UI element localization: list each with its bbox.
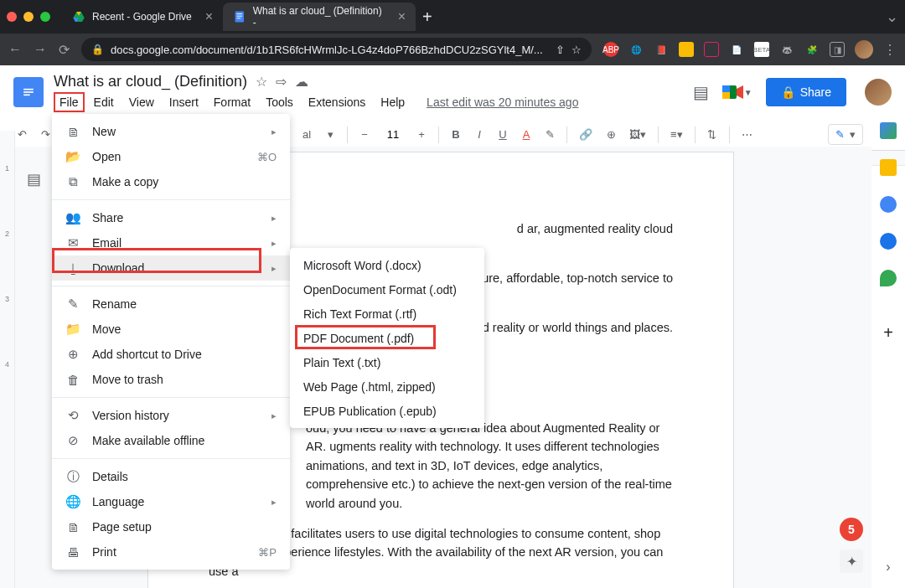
move-icon[interactable]: ⇨: [276, 74, 287, 90]
doc-title[interactable]: What is ar cloud_ (Definition): [54, 73, 247, 90]
menu-item-trash[interactable]: 🗑Move to trash: [52, 367, 290, 392]
submenu-item-html[interactable]: Web Page (.html, zipped): [290, 374, 484, 399]
link-icon[interactable]: 🔗: [574, 125, 597, 144]
highlight-icon[interactable]: ✎: [540, 125, 560, 144]
back-icon[interactable]: ←: [8, 42, 22, 57]
menu-item-language[interactable]: 🌐Language▸: [52, 489, 290, 514]
chevron-down-icon[interactable]: ⌄: [886, 8, 898, 26]
kebab-icon[interactable]: ⋮: [883, 42, 897, 58]
ext-icon[interactable]: 🦝: [779, 42, 794, 57]
font-size-input[interactable]: [378, 128, 408, 141]
calendar-icon[interactable]: [880, 122, 897, 139]
menu-item-email[interactable]: ✉Email▸: [52, 230, 290, 255]
submenu-item-epub[interactable]: EPUB Publication (.epub): [290, 399, 484, 423]
address-bar[interactable]: 🔒 docs.google.com/document/d/1b1RS6fcHWr…: [81, 38, 592, 61]
menu-item-move[interactable]: 📁Move: [52, 317, 290, 342]
body-text: oud, you need to have a general idea abo…: [306, 419, 673, 513]
globe-icon[interactable]: 🌐: [628, 42, 644, 57]
beta-badge[interactable]: BETA: [754, 42, 769, 57]
ext-icon[interactable]: 📕: [654, 42, 669, 57]
star-icon[interactable]: ☆: [571, 44, 582, 56]
menu-insert[interactable]: Insert: [163, 92, 204, 112]
explore-icon[interactable]: ✦: [840, 549, 863, 573]
reload-icon[interactable]: ⟳: [59, 42, 70, 58]
chevron-down-icon[interactable]: ▾: [320, 125, 340, 144]
submenu-item-pdf[interactable]: PDF Document (.pdf): [290, 326, 484, 350]
browser-tab-docs[interactable]: What is ar cloud_ (Definition) - ×: [223, 3, 416, 31]
keep-icon[interactable]: [880, 159, 897, 176]
menu-tools[interactable]: Tools: [260, 92, 299, 112]
menu-item-copy[interactable]: ⧉Make a copy: [52, 169, 290, 194]
maps-icon[interactable]: [880, 270, 897, 286]
underline-icon[interactable]: U: [493, 125, 513, 144]
menu-item-print[interactable]: 🖶Print⌘P: [52, 539, 290, 565]
contacts-icon[interactable]: [880, 233, 897, 250]
decrease-font-icon[interactable]: −: [354, 125, 375, 144]
menu-item-pagesetup[interactable]: 🗎Page setup: [52, 514, 290, 539]
italic-icon[interactable]: I: [469, 125, 489, 144]
menu-item-share[interactable]: 👥Share▸: [52, 205, 290, 230]
profile-avatar[interactable]: [855, 40, 873, 59]
font-family-select[interactable]: al: [297, 125, 317, 144]
menu-item-rename[interactable]: ✎Rename: [52, 291, 290, 317]
bold-icon[interactable]: B: [446, 125, 466, 144]
lock-icon: 🔒: [91, 44, 104, 55]
submenu-arrow-icon: ▸: [272, 126, 277, 137]
outline-icon[interactable]: ▤: [27, 170, 41, 188]
menu-item-new[interactable]: 🗎New▸: [52, 119, 290, 144]
notification-badge[interactable]: 5: [840, 518, 863, 541]
submenu-item-odt[interactable]: OpenDocument Format (.odt): [290, 277, 484, 302]
submenu-item-docx[interactable]: Microsoft Word (.docx): [290, 253, 484, 277]
vertical-ruler[interactable]: 1 2 3 4: [0, 131, 15, 588]
user-avatar[interactable]: [865, 79, 892, 106]
docs-logo[interactable]: [13, 77, 44, 107]
svg-rect-4: [237, 13, 242, 14]
mode-selector[interactable]: ✎ ▾: [828, 124, 863, 145]
tasks-icon[interactable]: [880, 196, 897, 213]
image-icon[interactable]: 🖼▾: [624, 125, 651, 144]
submenu-item-txt[interactable]: Plain Text (.txt): [290, 350, 484, 374]
ext-icon[interactable]: [704, 42, 719, 57]
more-icon[interactable]: ⋯: [737, 125, 758, 144]
add-icon[interactable]: +: [883, 323, 893, 343]
menu-item-offline[interactable]: ⊘Make available offline: [52, 428, 290, 453]
comment-icon[interactable]: ⊕: [601, 125, 621, 144]
menu-help[interactable]: Help: [375, 92, 411, 112]
window-close-dot[interactable]: [7, 12, 17, 22]
align-icon[interactable]: ≡▾: [665, 125, 688, 144]
meet-button[interactable]: ▼: [721, 77, 754, 107]
browser-tab-drive[interactable]: Recent - Google Drive ×: [62, 3, 223, 31]
menu-item-download[interactable]: ⭳Download▸: [52, 255, 290, 281]
menu-item-details[interactable]: ⓘDetails: [52, 464, 290, 489]
close-icon[interactable]: ×: [398, 9, 406, 24]
menu-item-version[interactable]: ⟲Version history▸: [52, 403, 290, 428]
abp-icon[interactable]: ABP: [603, 42, 618, 57]
trash-icon: 🗑: [65, 373, 80, 387]
star-icon[interactable]: ☆: [256, 74, 267, 90]
close-icon[interactable]: ×: [205, 9, 213, 24]
panel-icon[interactable]: ◨: [830, 42, 845, 57]
ext-icon[interactable]: 📄: [729, 42, 744, 57]
text-color-icon[interactable]: A: [516, 125, 536, 144]
line-spacing-icon[interactable]: ⇅: [702, 125, 722, 144]
menu-view[interactable]: View: [123, 92, 160, 112]
menu-extensions[interactable]: Extensions: [303, 92, 371, 112]
increase-font-icon[interactable]: +: [411, 125, 432, 144]
share-button[interactable]: 🔒 Share: [766, 78, 846, 106]
ext-icon[interactable]: [679, 42, 694, 57]
window-min-dot[interactable]: [23, 12, 34, 22]
menu-file[interactable]: File: [54, 92, 85, 112]
menu-edit[interactable]: Edit: [88, 92, 120, 112]
share-url-icon[interactable]: ⇧: [556, 44, 565, 56]
extensions-icon[interactable]: 🧩: [804, 42, 820, 57]
comments-icon[interactable]: ▤: [693, 82, 709, 102]
new-tab-button[interactable]: +: [422, 8, 432, 27]
submenu-item-rtf[interactable]: Rich Text Format (.rtf): [290, 302, 484, 326]
menu-format[interactable]: Format: [208, 92, 256, 112]
menu-item-open[interactable]: 📂Open⌘O: [52, 144, 290, 169]
menu-item-shortcut[interactable]: ⊕Add shortcut to Drive: [52, 342, 290, 367]
forward-icon[interactable]: →: [34, 42, 47, 57]
last-edit-link[interactable]: Last edit was 20 minutes ago: [421, 92, 584, 112]
collapse-panel-icon[interactable]: ›: [886, 560, 890, 575]
window-max-dot[interactable]: [40, 12, 50, 22]
